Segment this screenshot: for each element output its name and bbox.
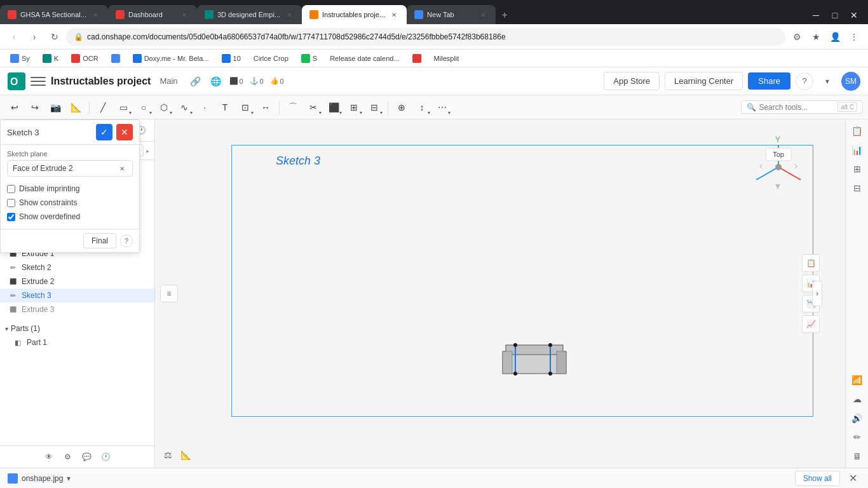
bookmark-cirlce-crop[interactable]: Cirlce Crop (248, 53, 294, 64)
download-expand-button[interactable]: ▾ (67, 474, 71, 483)
tab-close-2[interactable]: ✕ (179, 10, 189, 20)
rp-cloud-button[interactable]: ☁ (848, 390, 866, 408)
fillet-tool[interactable]: ⌒ (283, 98, 302, 117)
text-tool[interactable]: T (215, 98, 234, 117)
show-constraints-label[interactable]: Show constraints (19, 198, 77, 207)
forward-button[interactable]: › (25, 28, 43, 46)
anchor-icon[interactable]: ⚓0 (248, 72, 266, 90)
show-overdefined-checkbox[interactable] (7, 213, 15, 221)
download-close-button[interactable]: ✕ (845, 471, 860, 486)
thumbs-up-icon[interactable]: 👍0 (268, 72, 286, 90)
rp-volume-button[interactable]: 🔊 (848, 409, 866, 427)
feature-part1[interactable]: ◧ Part 1 (0, 336, 154, 349)
show-all-button[interactable]: Show all (795, 471, 840, 486)
rp-pattern-button[interactable]: ⊞ (848, 160, 866, 178)
more-button[interactable]: ⋮ (845, 28, 863, 46)
final-button[interactable]: Final (83, 233, 116, 248)
feature-extrude3[interactable]: ⬛ Extrude 3 (0, 302, 154, 316)
show-constraints-checkbox[interactable] (7, 199, 15, 207)
transform-tool[interactable]: ⊡ (236, 98, 255, 117)
tab-close-5[interactable]: ✕ (478, 10, 488, 20)
bookmark-release-date[interactable]: Release date calend... (325, 53, 404, 64)
sidebar-btn-2[interactable]: ⚙ (60, 449, 76, 465)
right-tool-1[interactable]: 📋 (802, 254, 820, 272)
bookmark-star[interactable] (407, 53, 426, 64)
share-button[interactable]: Share (748, 72, 790, 90)
point-tool[interactable]: · (195, 98, 214, 117)
tab-instructables[interactable]: Instructables proje... ✕ (302, 5, 407, 24)
extensions-button[interactable]: ⚙ (788, 28, 806, 46)
profile-button[interactable]: 👤 (826, 28, 844, 46)
rp-edit-button[interactable]: ✏ (848, 428, 866, 446)
tab-close-1[interactable]: ✕ (90, 10, 100, 20)
tab-newtab[interactable]: New Tab ✕ (407, 5, 496, 24)
bookmark-s[interactable]: S (296, 53, 322, 64)
feature-extrude2[interactable]: ⬛ Extrude 2 (0, 274, 154, 288)
tab-close-3[interactable]: ✕ (284, 10, 294, 20)
close-button[interactable]: ✕ (845, 6, 863, 24)
measure-button[interactable]: 📐 (66, 98, 85, 117)
sidebar-btn-4[interactable]: 🕐 (98, 449, 114, 465)
circle-tool[interactable]: ○ (134, 98, 153, 117)
mate-tool[interactable]: ⊕ (392, 98, 411, 117)
view-gizmo[interactable]: Y Top ‹ › ▾ (743, 132, 807, 196)
right-tool-4[interactable]: 📈 (802, 315, 820, 333)
mirror-tool[interactable]: ⊟ (365, 98, 384, 117)
bookmark-ocr[interactable]: OCR (66, 53, 103, 64)
constraint-tool[interactable]: ↕ (412, 98, 431, 117)
bookmark-k[interactable]: K (37, 53, 64, 64)
tab-3d-design[interactable]: 3D designed Empi... ✕ (197, 5, 302, 24)
sidebar-btn-1[interactable]: 👁 (41, 449, 57, 465)
rp-table-button[interactable]: 📋 (848, 122, 866, 140)
tab-dashboard[interactable]: Dashboard ✕ (108, 5, 197, 24)
globe-icon[interactable]: 🌐 (207, 72, 225, 90)
plane-clear-button[interactable]: ✕ (117, 163, 127, 173)
bookmark-milesplit[interactable]: Milesplit (429, 53, 465, 64)
redo-button[interactable]: ↪ (25, 98, 44, 117)
user-avatar[interactable]: SM (841, 72, 860, 91)
bookmark-4[interactable] (106, 53, 125, 64)
feature-sketch3[interactable]: ✏ Sketch 3 (0, 288, 154, 302)
help-button[interactable]: ? (796, 72, 813, 90)
disable-imprinting-label[interactable]: Disable imprinting (19, 184, 79, 193)
rp-chart-button[interactable]: 📊 (848, 141, 866, 159)
bookmark-doxy[interactable]: Doxy.me - Mr. Bela... (128, 53, 214, 64)
display-states-button[interactable]: 📷 (46, 98, 65, 117)
learning-center-button[interactable]: Learning Center (665, 72, 743, 90)
bookmark-10[interactable]: 10 (217, 53, 246, 64)
search-tools-input[interactable] (759, 103, 835, 112)
viewport[interactable]: Sketch 3 ≡ Y Top (155, 119, 845, 468)
document-subtitle[interactable]: Main (156, 75, 181, 87)
add-tab-button[interactable]: + (496, 6, 513, 24)
address-bar[interactable]: 🔒 cad.onshape.com/documents/05d0e0b4a680… (66, 28, 785, 46)
rp-wifi-button[interactable]: 📶 (848, 371, 866, 389)
parts-section[interactable]: ▾ Parts (1) (0, 322, 154, 336)
more-tools[interactable]: ⋯ (433, 98, 452, 117)
bookmark-sy[interactable]: Sy (5, 53, 35, 64)
hamburger-menu[interactable] (31, 74, 46, 89)
reload-button[interactable]: ↻ (46, 28, 64, 46)
spline-tool[interactable]: ∿ (175, 98, 194, 117)
app-store-button[interactable]: App Store (604, 72, 660, 90)
disable-imprinting-checkbox[interactable] (7, 185, 15, 193)
copy-tool[interactable]: ⬛ (324, 98, 343, 117)
rp-more-button[interactable]: ⊟ (848, 179, 866, 197)
notifications-button[interactable]: ▾ (818, 72, 836, 90)
view-list-button[interactable]: ≡ (160, 285, 178, 302)
undo-button[interactable]: ↩ (5, 98, 24, 117)
bookmark-button[interactable]: ★ (807, 28, 825, 46)
rect-tool[interactable]: ▭ (114, 98, 133, 117)
pattern-tool[interactable]: ⊞ (344, 98, 363, 117)
tab-ghsa[interactable]: GHSA 5A Sectional... ✕ (0, 5, 108, 24)
tab-close-4[interactable]: ✕ (389, 10, 399, 20)
minimize-button[interactable]: ─ (807, 6, 825, 24)
polygon-tool[interactable]: ⬡ (154, 98, 173, 117)
show-overdefined-label[interactable]: Show overdefined (19, 212, 80, 221)
collapse-sidebar-button[interactable]: › (812, 281, 822, 306)
maximize-button[interactable]: □ (826, 6, 844, 24)
dimension-tool[interactable]: ↔ (256, 98, 275, 117)
copy-count-icon[interactable]: ⬛0 (227, 72, 245, 90)
link-icon[interactable]: 🔗 (187, 72, 205, 90)
sidebar-btn-3[interactable]: 💬 (79, 449, 95, 465)
sketch-confirm-button[interactable]: ✓ (96, 124, 112, 140)
